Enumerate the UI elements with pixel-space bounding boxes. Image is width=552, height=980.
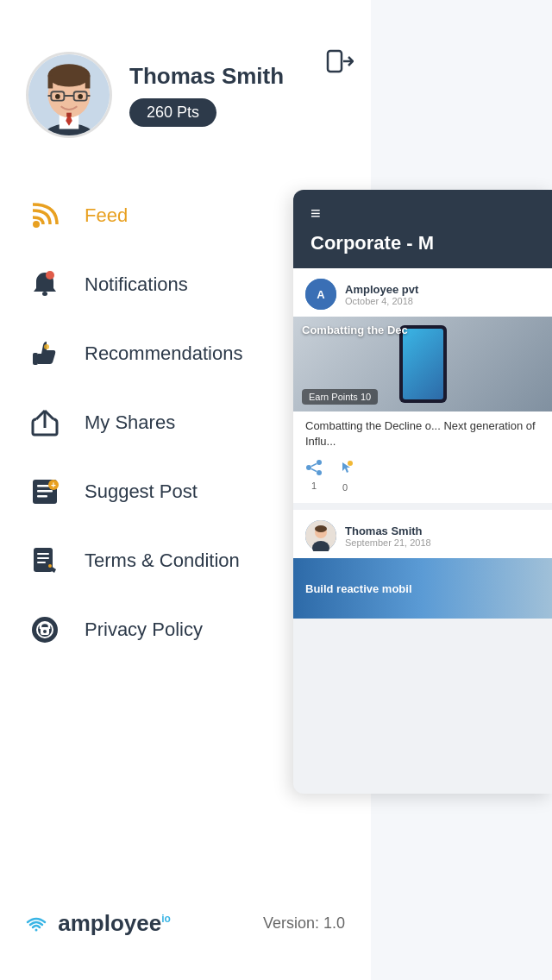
feed-avatar-1: A xyxy=(305,279,336,310)
thumbsup-icon xyxy=(26,335,64,373)
logo-text: amployee xyxy=(58,910,161,936)
click-svg xyxy=(336,460,354,477)
nav-label-recommendations: Recommendations xyxy=(85,342,242,365)
svg-text:+: + xyxy=(51,481,56,490)
click-count: 0 xyxy=(342,482,348,493)
feed-username-2: Thomas Smith xyxy=(345,525,540,537)
svg-rect-17 xyxy=(328,51,342,72)
bottom-section: amployeeio Version: 1.0 xyxy=(0,910,371,937)
privacy-svg xyxy=(29,614,60,645)
svg-rect-27 xyxy=(37,495,47,498)
thumbsup-svg xyxy=(29,338,60,369)
feed-user-row-1: A Amployee pvt October 4, 2018 xyxy=(293,268,552,317)
svg-point-14 xyxy=(78,94,83,99)
feed-avatar-2 xyxy=(305,520,336,551)
logout-icon xyxy=(326,47,354,75)
bell-icon xyxy=(26,266,64,304)
svg-point-38 xyxy=(43,630,47,633)
logout-button[interactable] xyxy=(326,47,354,81)
svg-rect-32 xyxy=(37,557,49,559)
suggest-post-svg: + xyxy=(29,476,60,507)
terms-icon xyxy=(26,542,64,580)
svg-rect-7 xyxy=(85,75,91,88)
svg-point-23 xyxy=(44,344,49,349)
nav-label-my-shares: My Shares xyxy=(85,411,175,434)
profile-section: Thomas Smith 260 Pts xyxy=(0,0,371,164)
nav-label-terms: Terms & Condition xyxy=(85,550,240,572)
feed-post-title-1: Combatting the Decline o... Next generat… xyxy=(293,411,552,453)
points-badge: 260 Pts xyxy=(129,98,216,127)
feed-date-1: October 4, 2018 xyxy=(345,296,540,306)
terms-svg xyxy=(29,545,60,576)
bell-svg xyxy=(29,269,60,300)
earn-points-badge: Earn Points 10 xyxy=(302,389,378,405)
rss-icon xyxy=(26,197,64,235)
svg-rect-26 xyxy=(37,490,53,493)
svg-point-13 xyxy=(55,94,60,99)
feed-image-1: Earn Points 10 Combatting the Dec xyxy=(293,317,552,411)
logo-suffix: io xyxy=(161,913,171,925)
svg-rect-16 xyxy=(66,113,72,117)
feed-actions-1: 1 0 xyxy=(293,453,552,503)
share-svg xyxy=(305,460,323,475)
svg-line-45 xyxy=(311,469,317,472)
feed-item-2: Thomas Smith September 21, 2018 Build re… xyxy=(293,510,552,619)
svg-point-43 xyxy=(317,470,322,475)
svg-point-41 xyxy=(317,460,322,465)
logo: amployeeio xyxy=(26,910,171,937)
svg-rect-6 xyxy=(48,75,53,88)
logo-wifi-svg xyxy=(26,916,47,933)
svg-rect-31 xyxy=(37,553,49,555)
logo-wifi-icon xyxy=(26,910,56,936)
svg-point-34 xyxy=(48,564,52,568)
share-action-icon xyxy=(305,460,323,479)
nav-label-privacy: Privacy Policy xyxy=(85,619,203,641)
nav-label-suggest-post: Suggest Post xyxy=(85,481,198,503)
nav-label-feed: Feed xyxy=(85,204,128,227)
svg-point-19 xyxy=(33,221,40,228)
avatar-image xyxy=(28,54,110,135)
hamburger-icon[interactable]: ≡ xyxy=(310,204,535,223)
share-count: 1 xyxy=(311,481,317,491)
version-text: Version: 1.0 xyxy=(263,914,345,933)
rss-svg xyxy=(29,200,60,231)
suggest-post-icon: + xyxy=(26,473,64,511)
right-panel: ≡ Corporate - M A Amployee pvt October 4… xyxy=(293,190,552,794)
svg-rect-20 xyxy=(42,292,47,296)
svg-point-42 xyxy=(306,465,311,470)
svg-point-50 xyxy=(315,525,327,532)
profile-info: Thomas Smith 260 Pts xyxy=(129,63,345,127)
feed-item-1: A Amployee pvt October 4, 2018 Earn Poin… xyxy=(293,268,552,503)
feed-date-2: September 21, 2018 xyxy=(345,537,540,548)
svg-rect-22 xyxy=(33,353,38,365)
right-panel-header: ≡ Corporate - M xyxy=(293,190,552,268)
amployee-avatar-svg: A xyxy=(305,279,336,310)
phone-image xyxy=(399,325,447,403)
profile-name: Thomas Smith xyxy=(129,63,345,90)
svg-point-46 xyxy=(348,461,353,466)
nav-label-notifications: Notifications xyxy=(85,273,188,296)
feed-user-info-1: Amployee pvt October 4, 2018 xyxy=(345,283,540,306)
thomas-avatar-svg xyxy=(305,520,336,551)
feed-image-2: Build reactive mobil xyxy=(293,558,552,619)
feed-username-1: Amployee pvt xyxy=(345,283,540,296)
svg-point-21 xyxy=(46,271,54,280)
feed-click-action[interactable]: 0 xyxy=(336,460,354,493)
avatar xyxy=(26,52,112,138)
feed-user-info-2: Thomas Smith September 21, 2018 xyxy=(345,525,540,548)
svg-rect-33 xyxy=(37,562,46,563)
shares-icon xyxy=(26,404,64,442)
feed-share-action[interactable]: 1 xyxy=(305,460,323,493)
svg-point-5 xyxy=(48,64,91,86)
feed-user-row-2: Thomas Smith September 21, 2018 xyxy=(293,510,552,558)
privacy-icon xyxy=(26,611,64,649)
feed-image-label-1: Combatting the Dec xyxy=(302,324,408,336)
svg-line-44 xyxy=(311,464,317,467)
click-action-icon xyxy=(336,460,354,481)
svg-text:A: A xyxy=(317,288,325,301)
right-panel-title: Corporate - M xyxy=(310,232,535,254)
feed-image-2-text: Build reactive mobil xyxy=(305,582,412,595)
shares-svg xyxy=(29,407,60,438)
